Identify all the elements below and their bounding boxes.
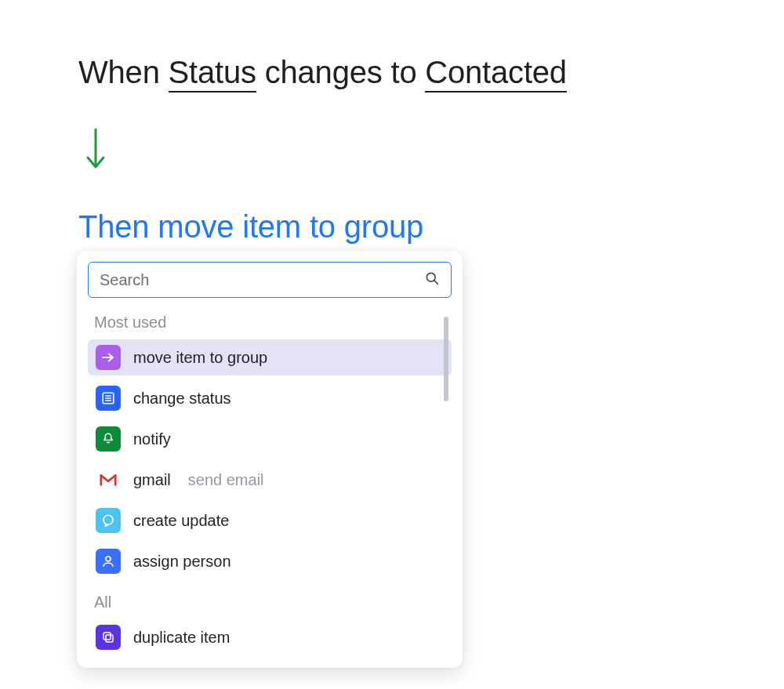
search-field-wrapper[interactable]	[88, 262, 452, 298]
svg-rect-14	[106, 635, 113, 642]
bell-icon	[96, 426, 121, 451]
duplicate-icon	[96, 625, 121, 650]
gmail-icon	[96, 467, 121, 492]
action-picker-dropdown: Most used move item to group change stat…	[77, 251, 463, 668]
action-item-label: change status	[133, 390, 231, 408]
trigger-value[interactable]: Contacted	[425, 55, 567, 92]
speech-bubble-icon	[96, 508, 121, 533]
svg-point-12	[106, 557, 111, 561]
action-item-label: assign person	[133, 553, 231, 571]
action-item-notify[interactable]: notify	[88, 421, 452, 457]
svg-line-2	[434, 281, 438, 285]
action-item-create-update[interactable]: create update	[88, 502, 452, 539]
scrollbar-thumb[interactable]	[444, 317, 448, 401]
section-label-most-used: Most used	[88, 310, 452, 339]
action-item-label: gmail	[133, 471, 171, 489]
search-icon	[424, 270, 440, 289]
arrow-right-icon	[96, 345, 121, 370]
action-item-assign-person[interactable]: assign person	[88, 543, 452, 579]
action-item-change-status[interactable]: change status	[88, 380, 452, 416]
section-label-all: All	[88, 590, 452, 619]
svg-rect-13	[103, 633, 111, 640]
most-used-items: move item to group change status notify	[88, 339, 452, 579]
action-item-label: duplicate item	[133, 629, 230, 647]
action-item-label: notify	[133, 430, 171, 448]
all-items: duplicate item	[88, 619, 452, 655]
trigger-mid: changes to	[256, 55, 426, 89]
svg-point-11	[103, 515, 113, 524]
arrow-down-icon	[85, 128, 784, 173]
search-input[interactable]	[100, 271, 424, 289]
trigger-column[interactable]: Status	[169, 55, 256, 92]
action-item-duplicate-item[interactable]: duplicate item	[88, 619, 452, 655]
action-item-label: create update	[133, 512, 229, 530]
action-sentence: Then move item to group	[78, 209, 784, 245]
action-item-label: move item to group	[133, 349, 267, 367]
action-selected[interactable]: move item to group	[158, 209, 423, 244]
action-item-sublabel: send email	[188, 471, 264, 489]
person-icon	[96, 549, 121, 574]
trigger-prefix: When	[78, 55, 169, 89]
action-prefix: Then	[78, 209, 158, 244]
action-item-gmail[interactable]: gmail send email	[88, 462, 452, 498]
list-box-icon	[96, 386, 121, 411]
trigger-sentence: When Status changes to Contacted	[78, 55, 784, 90]
action-item-move-item-to-group[interactable]: move item to group	[88, 339, 452, 375]
